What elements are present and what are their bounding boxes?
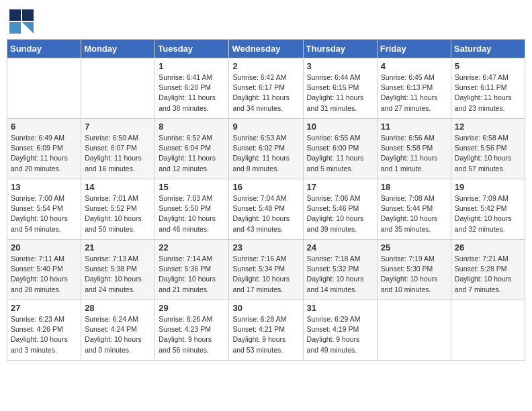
day-cell (377, 300, 451, 361)
day-info: Sunrise: 7:06 AM Sunset: 5:46 PM Dayligh… (307, 193, 373, 234)
svg-marker-3 (22, 22, 34, 34)
day-info: Sunrise: 6:55 AM Sunset: 6:00 PM Dayligh… (307, 133, 373, 174)
day-cell: 30Sunrise: 6:28 AM Sunset: 4:21 PM Dayli… (229, 300, 303, 361)
day-info: Sunrise: 6:45 AM Sunset: 6:13 PM Dayligh… (381, 73, 447, 113)
day-number: 23 (232, 242, 299, 253)
day-info: Sunrise: 6:23 AM Sunset: 4:26 PM Dayligh… (11, 314, 77, 355)
day-cell: 15Sunrise: 7:03 AM Sunset: 5:50 PM Dayli… (155, 179, 229, 240)
day-info: Sunrise: 6:49 AM Sunset: 6:09 PM Dayligh… (11, 133, 77, 174)
day-cell: 26Sunrise: 7:21 AM Sunset: 5:28 PM Dayli… (451, 240, 525, 300)
day-info: Sunrise: 7:00 AM Sunset: 5:54 PM Dayligh… (11, 193, 77, 234)
week-row-3: 13Sunrise: 7:00 AM Sunset: 5:54 PM Dayli… (7, 179, 525, 240)
week-row-4: 20Sunrise: 7:11 AM Sunset: 5:40 PM Dayli… (7, 240, 525, 300)
day-info: Sunrise: 6:29 AM Sunset: 4:19 PM Dayligh… (307, 314, 373, 355)
day-number: 17 (307, 182, 373, 192)
day-number: 14 (85, 182, 151, 192)
day-cell: 3Sunrise: 6:44 AM Sunset: 6:15 PM Daylig… (303, 58, 377, 119)
day-cell: 7Sunrise: 6:50 AM Sunset: 6:07 PM Daylig… (81, 119, 155, 179)
day-info: Sunrise: 7:11 AM Sunset: 5:40 PM Dayligh… (11, 254, 77, 295)
weekday-header-wednesday: Wednesday (229, 40, 303, 58)
day-info: Sunrise: 7:08 AM Sunset: 5:44 PM Dayligh… (381, 193, 447, 234)
day-cell: 20Sunrise: 7:11 AM Sunset: 5:40 PM Dayli… (7, 240, 81, 300)
day-info: Sunrise: 6:41 AM Sunset: 6:20 PM Dayligh… (159, 73, 225, 113)
day-number: 3 (307, 61, 373, 71)
week-row-5: 27Sunrise: 6:23 AM Sunset: 4:26 PM Dayli… (7, 300, 525, 361)
day-number: 18 (381, 182, 447, 192)
day-info: Sunrise: 6:24 AM Sunset: 4:24 PM Dayligh… (85, 314, 151, 355)
day-info: Sunrise: 7:13 AM Sunset: 5:38 PM Dayligh… (85, 254, 151, 295)
day-number: 19 (455, 182, 521, 192)
day-cell: 10Sunrise: 6:55 AM Sunset: 6:00 PM Dayli… (303, 119, 377, 179)
day-number: 29 (159, 303, 225, 313)
day-info: Sunrise: 7:04 AM Sunset: 5:48 PM Dayligh… (232, 193, 299, 234)
weekday-header-saturday: Saturday (451, 40, 525, 58)
day-info: Sunrise: 6:50 AM Sunset: 6:07 PM Dayligh… (85, 133, 151, 174)
day-cell: 28Sunrise: 6:24 AM Sunset: 4:24 PM Dayli… (81, 300, 155, 361)
day-number: 4 (381, 61, 447, 71)
week-row-2: 6Sunrise: 6:49 AM Sunset: 6:09 PM Daylig… (7, 119, 525, 179)
weekday-header-row: SundayMondayTuesdayWednesdayThursdayFrid… (7, 40, 525, 58)
weekday-header-monday: Monday (81, 40, 155, 58)
day-cell (7, 58, 81, 119)
day-number: 13 (11, 182, 77, 192)
calendar-table: SundayMondayTuesdayWednesdayThursdayFrid… (7, 39, 525, 361)
day-number: 27 (11, 303, 77, 313)
day-cell: 27Sunrise: 6:23 AM Sunset: 4:26 PM Dayli… (7, 300, 81, 361)
day-number: 1 (159, 61, 225, 71)
day-cell: 13Sunrise: 7:00 AM Sunset: 5:54 PM Dayli… (7, 179, 81, 240)
day-cell: 1Sunrise: 6:41 AM Sunset: 6:20 PM Daylig… (155, 58, 229, 119)
weekday-header-friday: Friday (377, 40, 451, 58)
day-info: Sunrise: 6:26 AM Sunset: 4:23 PM Dayligh… (159, 314, 225, 355)
day-number: 2 (232, 61, 299, 71)
day-number: 25 (381, 242, 447, 253)
weekday-header-thursday: Thursday (303, 40, 377, 58)
day-cell: 5Sunrise: 6:47 AM Sunset: 6:11 PM Daylig… (451, 58, 525, 119)
svg-rect-2 (9, 22, 21, 34)
day-number: 12 (455, 122, 521, 132)
day-number: 28 (85, 303, 151, 313)
day-cell: 17Sunrise: 7:06 AM Sunset: 5:46 PM Dayli… (303, 179, 377, 240)
day-cell: 18Sunrise: 7:08 AM Sunset: 5:44 PM Dayli… (377, 179, 451, 240)
day-cell: 19Sunrise: 7:09 AM Sunset: 5:42 PM Dayli… (451, 179, 525, 240)
day-cell: 12Sunrise: 6:58 AM Sunset: 5:56 PM Dayli… (451, 119, 525, 179)
day-info: Sunrise: 7:03 AM Sunset: 5:50 PM Dayligh… (159, 193, 225, 234)
day-number: 15 (159, 182, 225, 192)
page-header (7, 7, 525, 34)
svg-rect-0 (9, 9, 21, 21)
day-info: Sunrise: 6:52 AM Sunset: 6:04 PM Dayligh… (159, 133, 225, 174)
day-info: Sunrise: 6:53 AM Sunset: 6:02 PM Dayligh… (232, 133, 299, 174)
day-number: 20 (11, 242, 77, 253)
day-cell: 31Sunrise: 6:29 AM Sunset: 4:19 PM Dayli… (303, 300, 377, 361)
weekday-header-sunday: Sunday (7, 40, 81, 58)
day-info: Sunrise: 7:09 AM Sunset: 5:42 PM Dayligh… (455, 193, 521, 234)
day-number: 5 (455, 61, 521, 71)
day-cell: 29Sunrise: 6:26 AM Sunset: 4:23 PM Dayli… (155, 300, 229, 361)
day-info: Sunrise: 6:47 AM Sunset: 6:11 PM Dayligh… (455, 73, 521, 113)
day-number: 9 (232, 122, 299, 132)
logo-icon (9, 9, 35, 34)
day-cell: 16Sunrise: 7:04 AM Sunset: 5:48 PM Dayli… (229, 179, 303, 240)
day-number: 6 (11, 122, 77, 132)
day-number: 8 (159, 122, 225, 132)
day-cell: 8Sunrise: 6:52 AM Sunset: 6:04 PM Daylig… (155, 119, 229, 179)
day-number: 7 (85, 122, 151, 132)
svg-rect-1 (22, 9, 34, 21)
day-number: 24 (307, 242, 373, 253)
day-cell: 9Sunrise: 6:53 AM Sunset: 6:02 PM Daylig… (229, 119, 303, 179)
day-number: 16 (232, 182, 299, 192)
day-cell: 6Sunrise: 6:49 AM Sunset: 6:09 PM Daylig… (7, 119, 81, 179)
day-cell: 14Sunrise: 7:01 AM Sunset: 5:52 PM Dayli… (81, 179, 155, 240)
weekday-header-tuesday: Tuesday (155, 40, 229, 58)
week-row-1: 1Sunrise: 6:41 AM Sunset: 6:20 PM Daylig… (7, 58, 525, 119)
day-info: Sunrise: 7:18 AM Sunset: 5:32 PM Dayligh… (307, 254, 373, 295)
day-number: 21 (85, 242, 151, 253)
day-info: Sunrise: 6:28 AM Sunset: 4:21 PM Dayligh… (232, 314, 299, 355)
day-info: Sunrise: 6:58 AM Sunset: 5:56 PM Dayligh… (455, 133, 521, 174)
day-cell (451, 300, 525, 361)
day-cell: 24Sunrise: 7:18 AM Sunset: 5:32 PM Dayli… (303, 240, 377, 300)
day-cell: 21Sunrise: 7:13 AM Sunset: 5:38 PM Dayli… (81, 240, 155, 300)
day-cell (81, 58, 155, 119)
day-number: 11 (381, 122, 447, 132)
day-number: 30 (232, 303, 299, 313)
day-number: 22 (159, 242, 225, 253)
